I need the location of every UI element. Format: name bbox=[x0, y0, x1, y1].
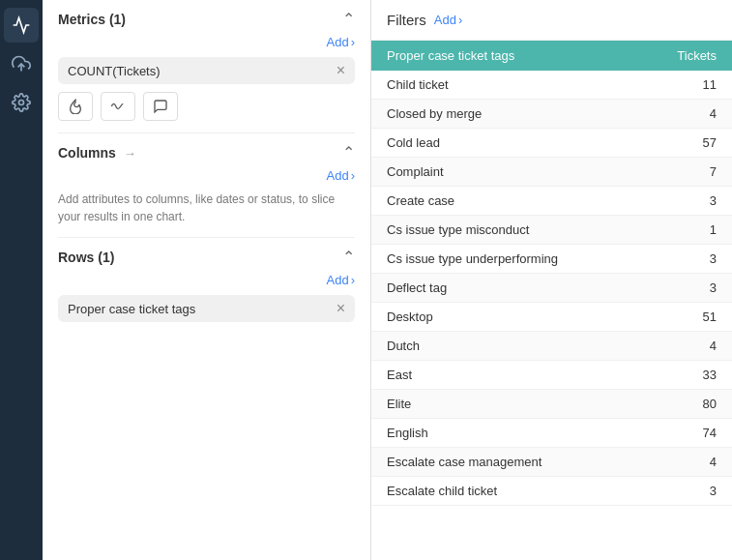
upload-icon[interactable] bbox=[4, 46, 39, 81]
icon-row bbox=[58, 92, 355, 121]
metrics-add-link[interactable]: Add › bbox=[58, 35, 355, 49]
table-row: English 74 bbox=[371, 419, 732, 448]
table-header: Proper case ticket tags Tickets bbox=[371, 41, 732, 71]
table-row: Desktop 51 bbox=[371, 303, 732, 332]
tickets-cell: 7 bbox=[645, 158, 732, 186]
chat-icon-btn[interactable] bbox=[143, 92, 178, 121]
tag-cell: Desktop bbox=[371, 303, 645, 331]
tickets-cell: 11 bbox=[645, 71, 732, 99]
filters-add-link[interactable]: Add › bbox=[434, 13, 462, 27]
table-row: Cs issue type underperforming 3 bbox=[371, 245, 732, 274]
rows-title: Rows (1) bbox=[58, 250, 114, 265]
table-row: Create case 3 bbox=[371, 187, 732, 216]
tickets-cell: 4 bbox=[645, 448, 732, 476]
columns-helper-text: Add attributes to columns, like dates or… bbox=[58, 191, 355, 225]
metrics-section-header: Metrics (1) ⌃ bbox=[58, 12, 355, 27]
tag-cell: Escalate child ticket bbox=[371, 477, 645, 505]
columns-collapse-button[interactable]: ⌃ bbox=[342, 145, 355, 161]
columns-section-header: Columns → ⌃ bbox=[58, 145, 355, 161]
table-row: Child ticket 11 bbox=[371, 71, 732, 100]
metrics-chip-close[interactable]: × bbox=[337, 63, 345, 78]
col2-header: Tickets bbox=[645, 41, 732, 71]
table-row: Closed by merge 4 bbox=[371, 100, 732, 129]
tickets-cell: 3 bbox=[645, 477, 732, 505]
tag-cell: Deflect tag bbox=[371, 274, 645, 302]
flame-icon-btn[interactable] bbox=[58, 92, 93, 121]
table-row: Dutch 4 bbox=[371, 332, 732, 361]
sidebar bbox=[0, 0, 43, 560]
tickets-cell: 80 bbox=[645, 390, 732, 418]
columns-add-link[interactable]: Add › bbox=[58, 168, 355, 183]
table-row: Cs issue type misconduct 1 bbox=[371, 216, 732, 245]
table-row: Deflect tag 3 bbox=[371, 274, 732, 303]
columns-title: Columns → bbox=[58, 145, 136, 161]
tickets-cell: 51 bbox=[645, 303, 732, 331]
tag-cell: East bbox=[371, 361, 645, 389]
metrics-collapse-button[interactable]: ⌃ bbox=[342, 12, 355, 27]
tickets-cell: 3 bbox=[645, 274, 732, 302]
rows-collapse-button[interactable]: ⌃ bbox=[342, 250, 355, 265]
wave-icon-btn[interactable] bbox=[101, 92, 135, 121]
table-row: Cold lead 57 bbox=[371, 129, 732, 158]
tag-cell: Cs issue type underperforming bbox=[371, 245, 645, 273]
right-panel: Filters Add › Proper case ticket tags Ti… bbox=[371, 0, 732, 560]
filters-title: Filters bbox=[387, 12, 426, 28]
metrics-chip: COUNT(Tickets) × bbox=[58, 57, 355, 84]
table-row: Elite 80 bbox=[371, 390, 732, 419]
rows-section-header: Rows (1) ⌃ bbox=[58, 250, 355, 265]
rows-add-link[interactable]: Add › bbox=[58, 273, 355, 287]
filters-header: Filters Add › bbox=[371, 0, 732, 41]
svg-point-1 bbox=[19, 101, 24, 105]
tag-cell: Closed by merge bbox=[371, 100, 645, 128]
tag-cell: Cs issue type misconduct bbox=[371, 216, 645, 244]
tag-cell: Elite bbox=[371, 390, 645, 418]
rows-chip-close[interactable]: × bbox=[337, 301, 345, 316]
metrics-chip-label: COUNT(Tickets) bbox=[68, 64, 161, 78]
tickets-cell: 57 bbox=[645, 129, 732, 157]
tag-cell: Cold lead bbox=[371, 129, 645, 157]
divider-1 bbox=[58, 133, 355, 133]
data-table: Proper case ticket tags Tickets Child ti… bbox=[371, 41, 732, 506]
table-row: Escalate case management 4 bbox=[371, 448, 732, 477]
tag-cell: English bbox=[371, 419, 645, 447]
tickets-cell: 33 bbox=[645, 361, 732, 389]
tag-cell: Create case bbox=[371, 187, 645, 215]
tag-cell: Complaint bbox=[371, 158, 645, 186]
tag-cell: Escalate case management bbox=[371, 448, 645, 476]
tag-cell: Child ticket bbox=[371, 71, 645, 99]
col1-header: Proper case ticket tags bbox=[371, 41, 645, 71]
chart-icon[interactable] bbox=[4, 8, 39, 43]
columns-arrow-icon: → bbox=[124, 146, 136, 161]
divider-2 bbox=[58, 237, 355, 238]
table-body: Child ticket 11 Closed by merge 4 Cold l… bbox=[371, 71, 732, 506]
table-row: Escalate child ticket 3 bbox=[371, 477, 732, 506]
table-row: East 33 bbox=[371, 361, 732, 390]
tickets-cell: 4 bbox=[645, 332, 732, 360]
metrics-title: Metrics (1) bbox=[58, 12, 126, 27]
left-panel: Metrics (1) ⌃ Add › COUNT(Tickets) × C bbox=[43, 0, 371, 560]
tickets-cell: 3 bbox=[645, 187, 732, 215]
tickets-cell: 1 bbox=[645, 216, 732, 244]
settings-icon[interactable] bbox=[4, 85, 39, 120]
table-row: Complaint 7 bbox=[371, 158, 732, 187]
tag-cell: Dutch bbox=[371, 332, 645, 360]
tickets-cell: 74 bbox=[645, 419, 732, 447]
rows-chip-label: Proper case ticket tags bbox=[68, 302, 195, 316]
rows-chip: Proper case ticket tags × bbox=[58, 295, 355, 322]
tickets-cell: 4 bbox=[645, 100, 732, 128]
tickets-cell: 3 bbox=[645, 245, 732, 273]
